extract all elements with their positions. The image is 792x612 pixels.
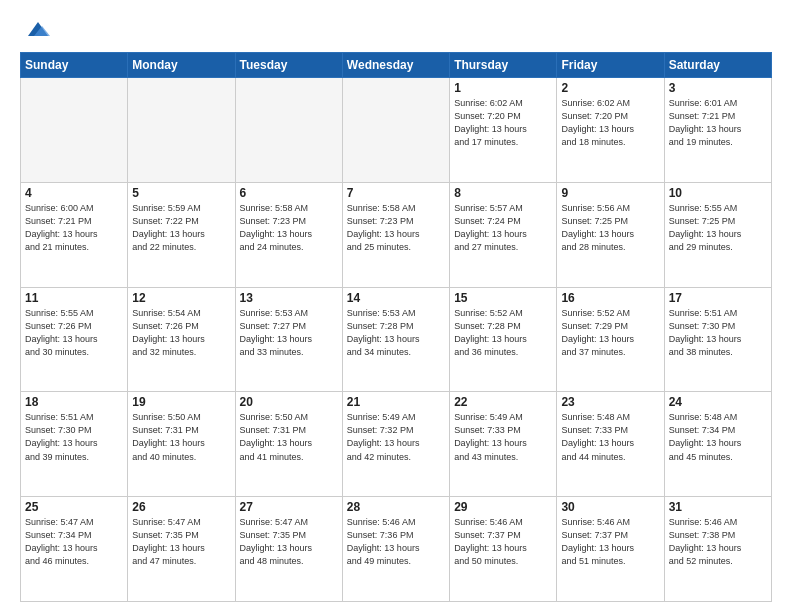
day-info: Sunrise: 5:46 AM Sunset: 7:38 PM Dayligh… (669, 516, 767, 568)
sunrise: Sunrise: 5:48 AM (669, 412, 738, 422)
daylight: Daylight: 13 hours (454, 334, 527, 344)
weekday-header-monday: Monday (128, 53, 235, 78)
day-info: Sunrise: 5:58 AM Sunset: 7:23 PM Dayligh… (240, 202, 338, 254)
daylight-minutes: and 21 minutes. (25, 242, 89, 252)
daylight-minutes: and 24 minutes. (240, 242, 304, 252)
sunset: Sunset: 7:31 PM (132, 425, 199, 435)
sunrise: Sunrise: 5:56 AM (561, 203, 630, 213)
calendar-cell-19: 19 Sunrise: 5:50 AM Sunset: 7:31 PM Dayl… (128, 392, 235, 497)
daylight-minutes: and 49 minutes. (347, 556, 411, 566)
calendar-cell-11: 11 Sunrise: 5:55 AM Sunset: 7:26 PM Dayl… (21, 287, 128, 392)
daylight-minutes: and 47 minutes. (132, 556, 196, 566)
calendar-cell-empty (235, 78, 342, 183)
calendar-cell-21: 21 Sunrise: 5:49 AM Sunset: 7:32 PM Dayl… (342, 392, 449, 497)
calendar-cell-14: 14 Sunrise: 5:53 AM Sunset: 7:28 PM Dayl… (342, 287, 449, 392)
sunrise: Sunrise: 5:47 AM (25, 517, 94, 527)
sunset: Sunset: 7:27 PM (240, 321, 307, 331)
calendar-cell-31: 31 Sunrise: 5:46 AM Sunset: 7:38 PM Dayl… (664, 497, 771, 602)
daylight: Daylight: 13 hours (132, 543, 205, 553)
sunset: Sunset: 7:38 PM (669, 530, 736, 540)
calendar-table: SundayMondayTuesdayWednesdayThursdayFrid… (20, 52, 772, 602)
day-info: Sunrise: 6:01 AM Sunset: 7:21 PM Dayligh… (669, 97, 767, 149)
day-info: Sunrise: 5:47 AM Sunset: 7:34 PM Dayligh… (25, 516, 123, 568)
daylight: Daylight: 13 hours (454, 124, 527, 134)
calendar-cell-26: 26 Sunrise: 5:47 AM Sunset: 7:35 PM Dayl… (128, 497, 235, 602)
day-number: 19 (132, 395, 230, 409)
day-number: 10 (669, 186, 767, 200)
daylight-minutes: and 40 minutes. (132, 452, 196, 462)
sunset: Sunset: 7:26 PM (132, 321, 199, 331)
daylight: Daylight: 13 hours (669, 334, 742, 344)
calendar-cell-empty (342, 78, 449, 183)
daylight-minutes: and 44 minutes. (561, 452, 625, 462)
sunrise: Sunrise: 5:59 AM (132, 203, 201, 213)
day-info: Sunrise: 5:52 AM Sunset: 7:28 PM Dayligh… (454, 307, 552, 359)
day-number: 16 (561, 291, 659, 305)
daylight-minutes: and 30 minutes. (25, 347, 89, 357)
sunset: Sunset: 7:21 PM (669, 111, 736, 121)
daylight-minutes: and 45 minutes. (669, 452, 733, 462)
day-info: Sunrise: 5:56 AM Sunset: 7:25 PM Dayligh… (561, 202, 659, 254)
daylight-minutes: and 41 minutes. (240, 452, 304, 462)
calendar-cell-9: 9 Sunrise: 5:56 AM Sunset: 7:25 PM Dayli… (557, 182, 664, 287)
calendar-week-2: 4 Sunrise: 6:00 AM Sunset: 7:21 PM Dayli… (21, 182, 772, 287)
daylight-minutes: and 17 minutes. (454, 137, 518, 147)
calendar-cell-30: 30 Sunrise: 5:46 AM Sunset: 7:37 PM Dayl… (557, 497, 664, 602)
day-info: Sunrise: 5:55 AM Sunset: 7:25 PM Dayligh… (669, 202, 767, 254)
calendar-cell-empty (128, 78, 235, 183)
day-number: 25 (25, 500, 123, 514)
sunset: Sunset: 7:28 PM (454, 321, 521, 331)
sunrise: Sunrise: 5:58 AM (240, 203, 309, 213)
day-info: Sunrise: 5:58 AM Sunset: 7:23 PM Dayligh… (347, 202, 445, 254)
daylight-minutes: and 18 minutes. (561, 137, 625, 147)
day-info: Sunrise: 5:49 AM Sunset: 7:32 PM Dayligh… (347, 411, 445, 463)
day-number: 20 (240, 395, 338, 409)
daylight-minutes: and 50 minutes. (454, 556, 518, 566)
daylight-minutes: and 29 minutes. (669, 242, 733, 252)
day-info: Sunrise: 5:46 AM Sunset: 7:36 PM Dayligh… (347, 516, 445, 568)
daylight: Daylight: 13 hours (132, 438, 205, 448)
day-number: 5 (132, 186, 230, 200)
daylight-minutes: and 33 minutes. (240, 347, 304, 357)
sunrise: Sunrise: 5:55 AM (669, 203, 738, 213)
calendar-cell-20: 20 Sunrise: 5:50 AM Sunset: 7:31 PM Dayl… (235, 392, 342, 497)
sunset: Sunset: 7:28 PM (347, 321, 414, 331)
day-info: Sunrise: 6:02 AM Sunset: 7:20 PM Dayligh… (561, 97, 659, 149)
day-info: Sunrise: 5:53 AM Sunset: 7:28 PM Dayligh… (347, 307, 445, 359)
calendar-cell-18: 18 Sunrise: 5:51 AM Sunset: 7:30 PM Dayl… (21, 392, 128, 497)
day-number: 24 (669, 395, 767, 409)
calendar-cell-28: 28 Sunrise: 5:46 AM Sunset: 7:36 PM Dayl… (342, 497, 449, 602)
day-number: 18 (25, 395, 123, 409)
day-info: Sunrise: 5:48 AM Sunset: 7:34 PM Dayligh… (669, 411, 767, 463)
day-info: Sunrise: 5:47 AM Sunset: 7:35 PM Dayligh… (132, 516, 230, 568)
daylight-minutes: and 51 minutes. (561, 556, 625, 566)
daylight: Daylight: 13 hours (240, 334, 313, 344)
daylight: Daylight: 13 hours (347, 438, 420, 448)
daylight: Daylight: 13 hours (240, 438, 313, 448)
sunrise: Sunrise: 5:49 AM (454, 412, 523, 422)
day-info: Sunrise: 5:46 AM Sunset: 7:37 PM Dayligh… (561, 516, 659, 568)
sunrise: Sunrise: 6:01 AM (669, 98, 738, 108)
sunrise: Sunrise: 5:53 AM (240, 308, 309, 318)
calendar-cell-3: 3 Sunrise: 6:01 AM Sunset: 7:21 PM Dayli… (664, 78, 771, 183)
daylight-minutes: and 36 minutes. (454, 347, 518, 357)
sunset: Sunset: 7:21 PM (25, 216, 92, 226)
day-number: 28 (347, 500, 445, 514)
calendar-cell-17: 17 Sunrise: 5:51 AM Sunset: 7:30 PM Dayl… (664, 287, 771, 392)
day-info: Sunrise: 6:02 AM Sunset: 7:20 PM Dayligh… (454, 97, 552, 149)
calendar-cell-16: 16 Sunrise: 5:52 AM Sunset: 7:29 PM Dayl… (557, 287, 664, 392)
day-number: 31 (669, 500, 767, 514)
calendar-cell-10: 10 Sunrise: 5:55 AM Sunset: 7:25 PM Dayl… (664, 182, 771, 287)
day-number: 4 (25, 186, 123, 200)
calendar-cell-27: 27 Sunrise: 5:47 AM Sunset: 7:35 PM Dayl… (235, 497, 342, 602)
sunset: Sunset: 7:30 PM (25, 425, 92, 435)
sunrise: Sunrise: 5:50 AM (240, 412, 309, 422)
daylight-minutes: and 52 minutes. (669, 556, 733, 566)
weekday-header-sunday: Sunday (21, 53, 128, 78)
calendar-cell-25: 25 Sunrise: 5:47 AM Sunset: 7:34 PM Dayl… (21, 497, 128, 602)
day-info: Sunrise: 5:59 AM Sunset: 7:22 PM Dayligh… (132, 202, 230, 254)
day-number: 21 (347, 395, 445, 409)
daylight-minutes: and 43 minutes. (454, 452, 518, 462)
sunrise: Sunrise: 5:55 AM (25, 308, 94, 318)
day-info: Sunrise: 5:48 AM Sunset: 7:33 PM Dayligh… (561, 411, 659, 463)
